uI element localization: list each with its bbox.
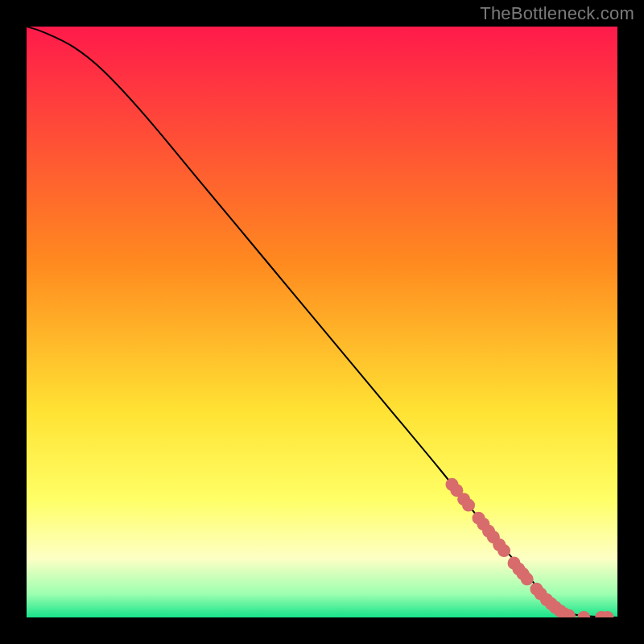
data-marker: [521, 572, 534, 585]
chart-svg: [27, 27, 617, 617]
data-marker: [497, 544, 510, 557]
data-marker: [462, 499, 475, 512]
gradient-background: [27, 27, 617, 617]
plot-area: [27, 27, 617, 617]
attribution-label: TheBottleneck.com: [480, 3, 634, 24]
chart-frame: TheBottleneck.com: [0, 0, 644, 644]
